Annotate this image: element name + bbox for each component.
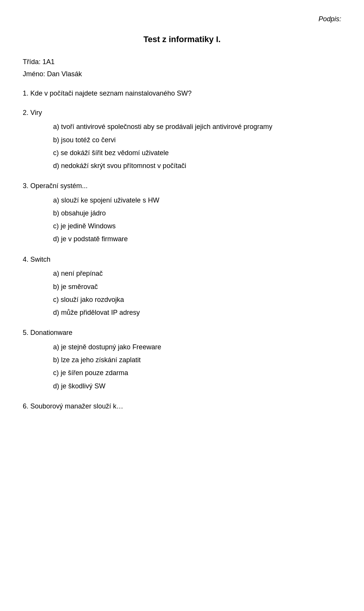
question-title-q6: 6. Souborový manažer slouží k… — [23, 401, 341, 412]
answer-item: c) je šířen pouze zdarma — [53, 366, 341, 379]
answer-item: d) může přidělovat IP adresy — [53, 306, 341, 319]
answer-item: c) slouží jako rozdvojka — [53, 293, 341, 306]
jmeno-field: Jméno: Dan Vlasák — [23, 68, 341, 80]
question-block-q6: 6. Souborový manažer slouží k… — [23, 401, 341, 412]
page-title: Test z informatiky I. — [23, 35, 341, 44]
answer-item: a) je stejně dostupný jako Freeware — [53, 341, 341, 353]
question-block-q4: 4. Switcha) není přepínačb) je směrovačc… — [23, 254, 341, 319]
question-block-q2: 2. Virya) tvoří antivirové společnosti a… — [23, 107, 341, 173]
questions-container: 1. Kde v počítači najdete seznam nainsta… — [23, 88, 341, 412]
question-title-q3: 3. Operační systém... — [23, 181, 341, 192]
answer-item: d) nedokáží skrýt svou přítomnost v počí… — [53, 159, 341, 172]
answer-item: b) obsahuje jádro — [53, 207, 341, 220]
answer-item: a) slouží ke spojení uživatele s HW — [53, 194, 341, 207]
question-block-q1: 1. Kde v počítači najdete seznam nainsta… — [23, 88, 341, 99]
answer-list-q4: a) není přepínačb) je směrovačc) slouží … — [23, 267, 341, 319]
answer-item: d) je škodlivý SW — [53, 380, 341, 393]
answer-item: c) se dokáží šířit bez vědomí uživatele — [53, 146, 341, 159]
question-title-q5: 5. Donationware — [23, 327, 341, 338]
podpis-label: Podpis: — [23, 15, 341, 23]
answer-item: b) lze za jeho získání zaplatit — [53, 353, 341, 366]
answer-item: b) je směrovač — [53, 280, 341, 293]
question-title-q2: 2. Viry — [23, 107, 341, 118]
answer-item: a) tvoří antivirové společnosti aby se p… — [53, 120, 341, 133]
question-title-q4: 4. Switch — [23, 254, 341, 265]
student-info: Třída: 1A1 Jméno: Dan Vlasák — [23, 56, 341, 80]
answer-item: b) jsou totéž co červi — [53, 134, 341, 146]
answer-list-q3: a) slouží ke spojení uživatele s HWb) ob… — [23, 194, 341, 246]
question-block-q3: 3. Operační systém...a) slouží ke spojen… — [23, 181, 341, 246]
answer-list-q5: a) je stejně dostupný jako Freewareb) lz… — [23, 341, 341, 393]
trida-field: Třída: 1A1 — [23, 56, 341, 68]
answer-list-q2: a) tvoří antivirové společnosti aby se p… — [23, 120, 341, 172]
answer-item: c) je jedině Windows — [53, 220, 341, 232]
question-block-q5: 5. Donationwarea) je stejně dostupný jak… — [23, 327, 341, 393]
answer-item: d) je v podstatě firmware — [53, 232, 341, 245]
answer-item: a) není přepínač — [53, 267, 341, 280]
question-title-q1: 1. Kde v počítači najdete seznam nainsta… — [23, 88, 341, 99]
